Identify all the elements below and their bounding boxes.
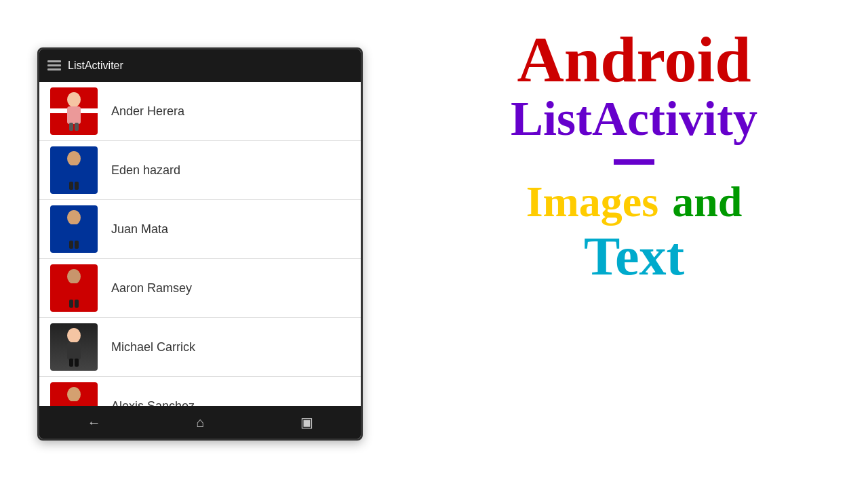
svg-rect-22 [67,401,81,406]
phone-titlebar: ListActiviter [39,49,361,82]
heading-android: Android [517,27,751,92]
player-avatar-4 [50,264,98,312]
player-list[interactable]: Ander Herera Eden hazard [39,82,361,406]
player-name-2: Eden hazard [111,163,180,178]
svg-rect-6 [67,165,81,183]
svg-rect-19 [69,359,73,367]
player-name-6: Alexis Sanchez [111,399,195,407]
svg-rect-16 [75,300,79,308]
svg-rect-14 [67,283,81,301]
player-avatar-6 [50,382,98,406]
list-item[interactable]: Aaron Ramsey [39,259,361,318]
divider-dash [614,159,654,165]
menu-icon [47,60,61,71]
player-name-4: Aaron Ramsey [111,281,192,296]
svg-point-9 [67,210,81,225]
recents-button[interactable]: ▣ [300,414,313,430]
heading-text: Text [584,226,684,286]
svg-rect-10 [67,224,81,242]
player-avatar-1 [50,87,98,135]
player-avatar-2 [50,146,98,194]
player-name-1: Ander Herera [111,104,184,119]
svg-point-5 [67,151,81,166]
player-name-3: Juan Mata [111,222,168,237]
heading-and: and [672,178,742,226]
svg-point-13 [67,269,81,284]
svg-rect-20 [75,359,79,367]
phone-mockup: ListActiviter Ander Herera [37,47,363,441]
svg-rect-4 [75,123,79,131]
player-avatar-3 [50,205,98,253]
list-item[interactable]: Eden hazard [39,141,361,200]
right-panel: Android ListActivity Images and Text [400,0,868,488]
svg-rect-7 [69,182,73,190]
phone-mockup-container: ListActiviter Ander Herera [0,0,400,488]
svg-rect-15 [69,300,73,308]
svg-rect-11 [69,241,73,249]
heading-list-activity: ListActivity [511,92,757,146]
home-button[interactable]: ⌂ [196,415,204,430]
app-title: ListActiviter [68,60,123,72]
back-button[interactable]: ← [87,415,100,430]
svg-rect-2 [67,106,81,124]
svg-rect-3 [69,123,73,131]
list-item[interactable]: Juan Mata [39,200,361,259]
player-name-5: Michael Carrick [111,340,195,354]
svg-point-17 [67,328,81,343]
svg-point-0 [67,92,81,107]
list-item[interactable]: Ander Herera [39,82,361,141]
player-avatar-5 [50,323,98,371]
svg-rect-8 [75,182,79,190]
list-item[interactable]: Alexis Sanchez [39,377,361,406]
svg-rect-18 [67,342,81,360]
list-item[interactable]: Michael Carrick [39,318,361,377]
svg-point-21 [67,387,81,402]
svg-rect-12 [75,241,79,249]
images-and-row: Images and [526,178,743,226]
heading-images: Images [526,178,659,226]
phone-navbar: ← ⌂ ▣ [39,406,361,439]
